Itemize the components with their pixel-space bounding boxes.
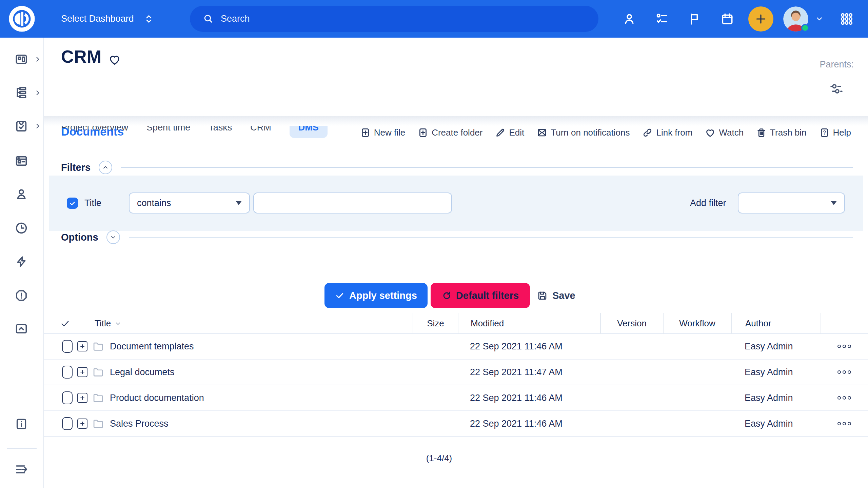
- row-checkbox[interactable]: [62, 417, 73, 430]
- expand-options-button[interactable]: [106, 230, 120, 244]
- sort-chevron-icon[interactable]: [114, 320, 122, 327]
- filters-label: Filters: [61, 162, 91, 173]
- create-folder-button[interactable]: Create folder: [418, 127, 482, 138]
- sidebar-tasks-expand-icon[interactable]: [34, 123, 41, 129]
- title-filter-operator-select[interactable]: contains: [129, 192, 250, 214]
- table-row: Sales Process 22 Sep 2021 11:46 AM Easy …: [44, 411, 868, 437]
- favorite-heart-icon[interactable]: [108, 53, 121, 66]
- filters-panel: Title contains Add filter: [49, 176, 863, 231]
- row-checkbox[interactable]: [62, 340, 73, 353]
- help-button[interactable]: ? Help: [819, 127, 851, 138]
- documents-heading: Documents: [61, 125, 124, 138]
- dropdown-caret-icon: [236, 201, 242, 205]
- chevron-down-icon[interactable]: [815, 14, 824, 23]
- collapse-sidebar-icon[interactable]: [15, 463, 28, 476]
- options-divider: [129, 237, 853, 238]
- apply-settings-button[interactable]: Apply settings: [324, 283, 428, 308]
- floppy-disk-icon: [537, 290, 548, 301]
- search-input[interactable]: [221, 7, 588, 31]
- filters-divider: [121, 167, 853, 168]
- row-menu-icon[interactable]: [836, 420, 852, 427]
- link-icon: [642, 127, 653, 138]
- sidebar-quick-actions-icon[interactable]: [15, 255, 28, 268]
- default-filters-button[interactable]: Default filters: [431, 283, 530, 308]
- plus-box-icon: [418, 127, 428, 138]
- edit-button[interactable]: Edit: [495, 127, 524, 138]
- column-title[interactable]: Title: [95, 318, 111, 329]
- sidebar-upload-icon[interactable]: [15, 322, 28, 336]
- check-icon: [69, 200, 76, 207]
- document-link[interactable]: Legal documets: [110, 367, 175, 378]
- folder-icon: [92, 418, 104, 429]
- sidebar-dashboards-icon[interactable]: [15, 53, 28, 66]
- folder-icon: [92, 392, 104, 404]
- sidebar-info-icon[interactable]: [15, 417, 28, 431]
- sidebar-alerts-icon[interactable]: [15, 289, 28, 302]
- row-menu-icon[interactable]: [836, 368, 852, 376]
- add-filter-label: Add filter: [690, 192, 726, 214]
- sidebar-boards-icon[interactable]: [15, 154, 28, 168]
- sidebar-time-icon[interactable]: [15, 221, 28, 235]
- new-file-button[interactable]: New file: [360, 127, 405, 138]
- turn-on-notifications-button[interactable]: Turn on notifications: [537, 127, 630, 138]
- sidebar-projects-icon[interactable]: [15, 86, 28, 100]
- easy-project-logo-icon: [8, 5, 36, 33]
- document-link[interactable]: Sales Process: [110, 419, 169, 429]
- title-filter-value-input[interactable]: [253, 192, 452, 214]
- collapse-filters-button[interactable]: [99, 161, 112, 174]
- folder-icon: [92, 341, 104, 352]
- trash-bin-button[interactable]: Trash bin: [756, 127, 806, 138]
- table-row: Product documentation 22 Sep 2021 11:46 …: [44, 385, 868, 411]
- sidebar: [0, 38, 44, 488]
- app-logo[interactable]: [8, 5, 36, 33]
- row-menu-icon[interactable]: [836, 343, 852, 350]
- project-settings-sliders-icon[interactable]: [829, 81, 844, 97]
- check-icon: [335, 291, 344, 300]
- parents-label: Parents:: [820, 59, 854, 70]
- search-icon: [203, 13, 214, 24]
- filters-section-header: Filters: [61, 160, 853, 175]
- document-link[interactable]: Document templates: [110, 341, 194, 352]
- chevron-down-icon: [110, 234, 117, 241]
- apps-grid-icon[interactable]: [840, 12, 853, 26]
- calendar-icon[interactable]: [721, 12, 734, 26]
- search-bar[interactable]: [190, 6, 598, 32]
- documents-toolbar: New file Create folder Edit Turn on noti…: [360, 123, 851, 142]
- row-checkbox[interactable]: [62, 391, 73, 404]
- table-row: Legal documets 22 Sep 2021 11:47 AM Easy…: [44, 360, 868, 385]
- sidebar-divider: [7, 448, 37, 449]
- link-from-button[interactable]: Link from: [642, 127, 692, 138]
- column-size: Size: [413, 313, 458, 334]
- expand-row-icon[interactable]: [77, 419, 87, 429]
- row-menu-icon[interactable]: [836, 394, 852, 402]
- document-link[interactable]: Product documentation: [110, 393, 204, 403]
- sidebar-users-icon[interactable]: [15, 187, 28, 201]
- refresh-icon: [442, 291, 451, 300]
- online-status-dot: [801, 24, 809, 32]
- row-checkbox[interactable]: [62, 366, 73, 379]
- expand-row-icon[interactable]: [77, 393, 87, 403]
- select-all-icon[interactable]: [60, 319, 70, 329]
- flag-icon[interactable]: [688, 12, 701, 26]
- watch-button[interactable]: Watch: [705, 127, 744, 138]
- table-header: Title Size Modified Version Workflow Aut…: [44, 313, 868, 334]
- options-section-header: Options: [61, 229, 853, 245]
- save-button[interactable]: Save: [537, 283, 575, 308]
- expand-row-icon[interactable]: [77, 341, 87, 351]
- my-profile-icon[interactable]: [623, 12, 636, 26]
- title-filter-checkbox[interactable]: [67, 198, 78, 209]
- main-content: CRM Parents: Project overview Spent time…: [44, 38, 868, 488]
- question-icon: ?: [819, 127, 830, 138]
- avatar[interactable]: [783, 6, 808, 32]
- expand-row-icon[interactable]: [77, 367, 87, 377]
- tasklist-icon[interactable]: [655, 12, 669, 26]
- add-filter-select[interactable]: [738, 192, 845, 214]
- sidebar-dashboards-expand-icon[interactable]: [34, 56, 41, 63]
- quick-add-button[interactable]: [748, 6, 773, 32]
- topbar: Select Dashboard: [0, 0, 868, 38]
- envelope-icon: [537, 127, 547, 138]
- svg-text:?: ?: [823, 129, 826, 135]
- sidebar-tasks-icon[interactable]: [15, 119, 28, 133]
- dashboard-selector[interactable]: Select Dashboard: [61, 0, 154, 38]
- sidebar-projects-expand-icon[interactable]: [34, 89, 41, 96]
